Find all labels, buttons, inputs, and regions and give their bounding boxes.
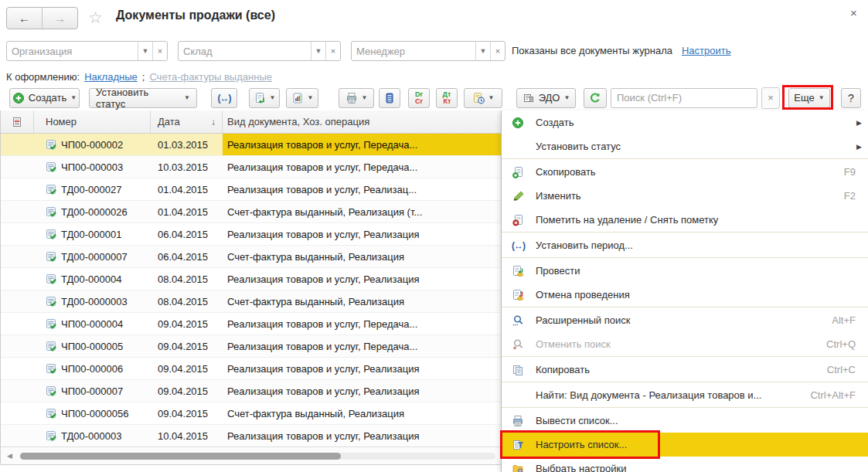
chevron-down-icon[interactable]: ▼	[475, 42, 490, 60]
menu-item-shortcut: Alt+F	[832, 314, 868, 326]
document-number: ЧП00-000007	[61, 385, 123, 397]
table-row[interactable]: ЧП00-00000201.03.2015Реализация товаров …	[1, 134, 501, 156]
invoices-link[interactable]: Накладные	[84, 71, 138, 83]
scrollbar-thumb[interactable]	[20, 453, 341, 460]
column-header-state[interactable]	[1, 110, 34, 133]
refresh-button[interactable]	[584, 88, 607, 108]
document-date-cell: 10.03.2015	[151, 156, 223, 178]
document-date-cell: 01.04.2015	[151, 178, 223, 200]
more-button[interactable]: Еще ▼	[788, 88, 830, 108]
menu-item-create[interactable]: Создать▶	[502, 110, 868, 134]
clear-icon[interactable]: ×	[490, 42, 505, 60]
menu-item-cancel-search[interactable]: Отменить поискCtrl+Q	[502, 332, 868, 356]
menu-item-output-list[interactable]: Вывести список...	[502, 409, 868, 433]
row-marker-cell	[1, 425, 34, 447]
search-input[interactable]	[611, 89, 757, 107]
set-status-button[interactable]: Установить статус ▼	[89, 88, 197, 108]
manager-input[interactable]	[352, 46, 475, 57]
register-button[interactable]	[379, 88, 400, 108]
back-arrow-icon: ←	[19, 12, 30, 25]
print-button[interactable]: ▼	[339, 88, 374, 108]
reports-button[interactable]: ▼	[286, 88, 318, 108]
warehouse-input[interactable]	[179, 46, 311, 57]
clear-search-button[interactable]: ×	[761, 87, 780, 109]
menu-item-advanced-search[interactable]: Расширенный поискAlt+F	[502, 308, 868, 332]
column-header-type[interactable]: Вид документа, Хоз. операция	[223, 110, 501, 133]
menu-item-find[interactable]: Найти: Вид документа - Реализация товаро…	[502, 383, 868, 407]
table-row[interactable]: ТД00-00000408.04.2015Реализация товаров …	[1, 268, 501, 290]
menu-item-label: Провести	[536, 265, 580, 277]
dtkt-button[interactable]: ДтКт	[436, 88, 458, 108]
menu-item-copy-document[interactable]: СкопироватьF9	[502, 160, 868, 184]
toolbar: Создать ▼ Установить статус ▼ (↔) ▼ ▼ ▼ …	[0, 85, 868, 111]
document-posted-icon	[45, 385, 57, 397]
menu-item-edit[interactable]: ИзменитьF2	[502, 184, 868, 208]
row-marker-cell	[1, 290, 34, 312]
back-button[interactable]: ←	[7, 8, 43, 29]
menu-item-label: Создать	[536, 117, 574, 128]
help-button[interactable]: ?	[841, 88, 861, 108]
menu-item-set-status[interactable]: Установить статус▶	[502, 134, 868, 158]
drcr-button[interactable]: DrCr	[408, 88, 430, 108]
table-row[interactable]: ЧП00-00000310.03.2015Реализация товаров …	[1, 156, 501, 178]
table-row[interactable]: ТД00-000000706.04.2015Счет-фактура выдан…	[1, 246, 501, 268]
document-clock-icon	[472, 92, 485, 104]
pencil-icon	[512, 190, 526, 202]
horizontal-scrollbar[interactable]: ◀	[1, 447, 501, 464]
forward-button[interactable]: →	[43, 8, 77, 29]
document-number: ЧП00-000003	[61, 161, 123, 173]
choose-settings-icon	[512, 463, 526, 472]
menu-item-set-period[interactable]: (↔)Установить период...	[502, 233, 868, 257]
menu-item-shortcut: Ctrl+C	[827, 364, 868, 375]
document-log-button[interactable]: ▼	[464, 88, 502, 108]
clear-icon[interactable]: ×	[325, 42, 340, 60]
configure-journal-link[interactable]: Настроить	[682, 45, 731, 56]
table-row[interactable]: ТД00-00000310.04.2015Реализация товаров …	[1, 425, 501, 447]
organization-input[interactable]	[7, 46, 138, 57]
table-row[interactable]: ТД00-00000106.04.2015Реализация товаров …	[1, 223, 501, 246]
chevron-down-icon[interactable]: ▼	[311, 42, 325, 60]
favorite-star-icon[interactable]: ☆	[88, 8, 103, 27]
document-date-cell: 09.04.2015	[151, 380, 223, 402]
table-row[interactable]: ЧП00-00000509.04.2015Реализация товаров …	[1, 335, 501, 358]
table-row[interactable]: ЧП00-00000409.04.2015Реализация товаров …	[1, 313, 501, 335]
close-icon[interactable]: ×	[850, 6, 857, 19]
set-period-button[interactable]: (↔)	[211, 88, 237, 108]
document-number-cell: ТД00-0000007	[34, 246, 151, 267]
chevron-down-icon[interactable]: ▼	[138, 42, 152, 60]
document-posted-icon	[45, 273, 57, 285]
document-number: ТД00-0000026	[61, 206, 128, 218]
table-row[interactable]: ТД00-000002601.04.2015Счет-фактура выдан…	[1, 201, 501, 223]
filter-bar: ▼ × ▼ × ▼ ×	[6, 41, 505, 61]
column-header-number[interactable]: Номер	[34, 110, 151, 133]
column-header-date[interactable]: Дата↓	[151, 110, 223, 133]
print-list-icon	[512, 415, 526, 427]
table-row[interactable]: ЧП00-00000609.04.2015Реализация товаров …	[1, 358, 501, 380]
menu-item-copy[interactable]: КопироватьCtrl+C	[502, 358, 868, 382]
document-number-cell: ЧП00-000004	[34, 313, 151, 334]
table-row[interactable]: ЧП00-00000709.04.2015Реализация товаров …	[1, 380, 501, 402]
document-number-cell: ЧП00-0000056	[34, 402, 151, 424]
invoices-issued-link[interactable]: Счета-фактуры выданные	[149, 71, 272, 83]
post-document-button[interactable]: ▼	[249, 88, 280, 108]
table-row[interactable]: ЧП00-000005609.04.2015Счет-фактура выдан…	[1, 402, 501, 425]
document-type-cell: Счет-фактура выданный, Реализация	[223, 290, 501, 312]
scroll-left-icon[interactable]: ◀	[7, 452, 12, 460]
edo-button[interactable]: ЭДО ▼	[516, 88, 576, 108]
row-marker-cell	[1, 201, 34, 222]
table-row[interactable]: ТД00-000000308.04.2015Счет-фактура выдан…	[1, 290, 501, 313]
document-type-cell: Счет-фактура выданный, Реализация	[223, 402, 501, 424]
row-marker-cell	[1, 223, 34, 245]
document-type-cell: Реализация товаров и услуг, Реализац...	[223, 178, 501, 200]
menu-item-mark-deletion[interactable]: Пометить на удаление / Снять пометку	[502, 208, 868, 232]
menu-item-unpost[interactable]: Отмена проведения	[502, 283, 868, 307]
menu-item-choose-settings[interactable]: Выбрать настройки	[502, 457, 868, 472]
menu-item-configure-list[interactable]: Настроить список...	[502, 433, 868, 457]
create-button[interactable]: Создать ▼	[9, 88, 80, 108]
close-icon: ×	[768, 92, 774, 104]
row-marker-cell	[1, 313, 34, 334]
clear-icon[interactable]: ×	[152, 42, 167, 60]
table-row[interactable]: ТД00-00002701.04.2015Реализация товаров …	[1, 178, 501, 201]
document-type-cell: Реализация товаров и услуг, Передача...	[223, 156, 501, 178]
menu-item-post[interactable]: Провести	[502, 259, 868, 283]
